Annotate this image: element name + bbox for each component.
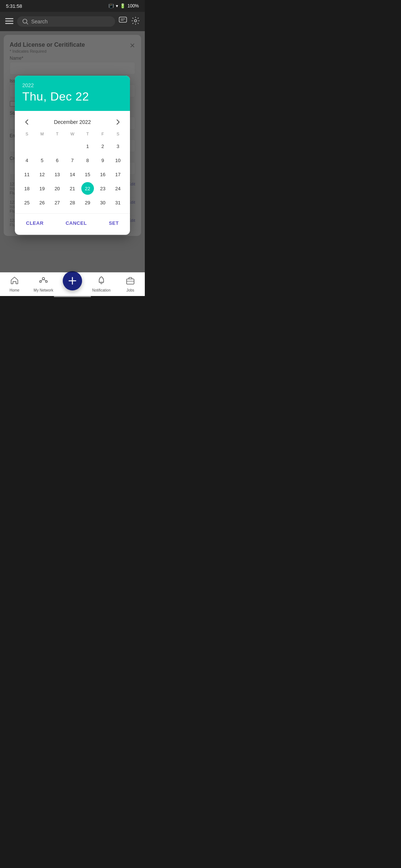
app-bar-actions <box>119 17 140 27</box>
date-picker-dialog: 2022 Thu, Dec 22 December 2022 S M <box>15 76 130 235</box>
svg-line-4 <box>26 23 28 24</box>
next-month-button[interactable] <box>112 116 124 128</box>
dp-day-4[interactable]: 4 <box>20 154 33 167</box>
svg-rect-2 <box>5 23 13 24</box>
nav-my-network[interactable]: My Network <box>29 276 58 292</box>
weekday-wed: W <box>65 130 80 138</box>
nav-home-label: Home <box>10 288 20 292</box>
dp-day-31[interactable]: 31 <box>112 196 124 209</box>
dp-day-17[interactable]: 17 <box>112 168 124 181</box>
svg-point-8 <box>134 20 137 22</box>
nav-jobs[interactable]: Jobs <box>116 276 145 292</box>
svg-rect-5 <box>119 17 127 22</box>
dp-day-20[interactable]: 20 <box>51 182 63 195</box>
dp-day-14[interactable]: 14 <box>66 168 79 181</box>
svg-point-11 <box>46 281 48 283</box>
dp-day-12[interactable]: 12 <box>36 168 48 181</box>
search-bar[interactable]: Search <box>17 16 115 27</box>
dp-date-display: Thu, Dec 22 <box>22 90 123 103</box>
nav-jobs-label: Jobs <box>126 288 134 292</box>
dp-day-5[interactable]: 5 <box>36 154 48 167</box>
battery-icon: 🔋 <box>120 3 125 9</box>
dp-day-22[interactable]: 22 <box>81 182 94 195</box>
nav-home[interactable]: Home <box>0 276 29 292</box>
my-network-icon <box>39 276 48 287</box>
menu-button[interactable] <box>5 17 13 26</box>
clear-button[interactable]: CLEAR <box>22 217 47 229</box>
app-bar: Search <box>0 12 145 31</box>
dp-day-13[interactable]: 13 <box>51 168 63 181</box>
dp-day-9[interactable]: 9 <box>97 154 109 167</box>
dp-day-empty <box>36 140 48 152</box>
jobs-icon <box>126 276 134 287</box>
dp-day-27[interactable]: 27 <box>51 196 63 209</box>
nav-notification[interactable]: Notification <box>87 276 116 292</box>
dp-day-6[interactable]: 6 <box>51 154 63 167</box>
dp-nav: December 2022 <box>15 111 130 130</box>
status-time: 5:31:58 <box>6 3 22 9</box>
dp-day-empty <box>51 140 63 152</box>
weekday-fri: F <box>95 130 110 138</box>
svg-line-13 <box>43 280 46 281</box>
settings-icon[interactable] <box>131 17 140 27</box>
weekday-tue: T <box>50 130 65 138</box>
home-icon <box>10 276 19 287</box>
dp-month-year: December 2022 <box>54 119 91 125</box>
dp-day-23[interactable]: 23 <box>97 182 109 195</box>
dp-calendar-grid: S M T W T F S 1 2 3 4 <box>15 130 130 213</box>
weekday-sun: S <box>19 130 35 138</box>
prev-month-button[interactable] <box>21 116 33 128</box>
battery-percent: 100% <box>127 3 139 9</box>
home-bar <box>54 296 91 297</box>
weekday-mon: M <box>35 130 50 138</box>
message-icon[interactable] <box>119 17 127 27</box>
weekday-thu: T <box>80 130 95 138</box>
screen: 5:31:58 📳 ▾ 🔋 100% Search <box>0 0 145 298</box>
nav-notification-label: Notification <box>92 288 110 292</box>
cancel-button[interactable]: CANCEL <box>62 217 91 229</box>
add-button[interactable] <box>63 271 82 290</box>
dp-day-empty <box>20 140 33 152</box>
search-placeholder: Search <box>31 19 48 24</box>
status-icons: 📳 ▾ 🔋 100% <box>108 3 139 9</box>
dp-day-28[interactable]: 28 <box>66 196 79 209</box>
svg-line-12 <box>40 280 43 281</box>
dp-day-8[interactable]: 8 <box>81 154 94 167</box>
dp-year: 2022 <box>22 82 123 88</box>
dp-day-26[interactable]: 26 <box>36 196 48 209</box>
set-button[interactable]: SET <box>105 217 123 229</box>
dp-day-18[interactable]: 18 <box>20 182 33 195</box>
dp-day-25[interactable]: 25 <box>20 196 33 209</box>
dp-day-30[interactable]: 30 <box>97 196 109 209</box>
dp-day-empty <box>66 140 79 152</box>
dp-day-3[interactable]: 3 <box>112 140 124 152</box>
wifi-icon: ▾ <box>116 3 118 9</box>
home-indicator <box>0 296 145 298</box>
svg-rect-17 <box>127 279 134 284</box>
content-area: Add License or Ceritificate * Indicates … <box>0 31 145 272</box>
nav-my-network-label: My Network <box>34 288 53 292</box>
dp-day-24[interactable]: 24 <box>112 182 124 195</box>
dp-day-2[interactable]: 2 <box>97 140 109 152</box>
dp-day-16[interactable]: 16 <box>97 168 109 181</box>
dp-day-7[interactable]: 7 <box>66 154 79 167</box>
dp-days: 1 2 3 4 5 6 7 8 9 10 11 12 13 14 15 16 <box>19 139 125 210</box>
svg-rect-0 <box>5 18 13 19</box>
dp-day-21[interactable]: 21 <box>66 182 79 195</box>
dp-day-29[interactable]: 29 <box>81 196 94 209</box>
dp-day-19[interactable]: 19 <box>36 182 48 195</box>
dp-day-10[interactable]: 10 <box>112 154 124 167</box>
bottom-nav: Home My Network <box>0 272 145 296</box>
dp-weekdays: S M T W T F S <box>19 130 125 138</box>
dp-day-11[interactable]: 11 <box>20 168 33 181</box>
dp-day-1[interactable]: 1 <box>81 140 94 152</box>
svg-point-9 <box>42 277 45 280</box>
search-icon <box>22 19 28 24</box>
vibrate-icon: 📳 <box>108 3 114 9</box>
date-picker-header: 2022 Thu, Dec 22 <box>15 76 130 111</box>
notification-icon <box>98 276 105 287</box>
dp-actions: CLEAR CANCEL SET <box>15 213 130 235</box>
svg-point-10 <box>40 281 42 283</box>
dp-day-15[interactable]: 15 <box>81 168 94 181</box>
svg-rect-1 <box>5 20 13 22</box>
